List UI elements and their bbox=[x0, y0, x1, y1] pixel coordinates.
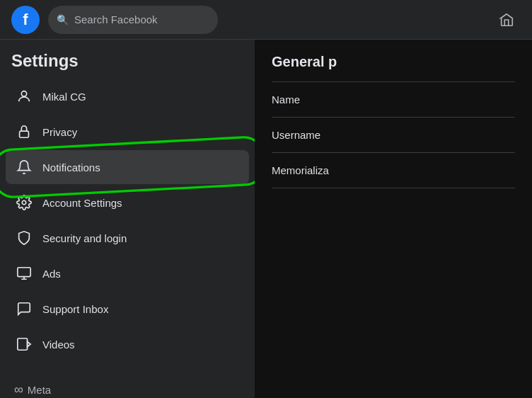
meta-logo-row: ∞ Meta bbox=[6, 380, 249, 398]
sidebar-item-support-inbox-label: Support Inbox bbox=[42, 303, 108, 315]
videos-icon bbox=[14, 334, 34, 354]
sidebar-item-account-settings-label: Account Settings bbox=[42, 197, 122, 209]
ads-icon bbox=[14, 263, 34, 283]
svg-rect-3 bbox=[18, 268, 30, 277]
svg-point-0 bbox=[21, 91, 26, 96]
content-title: General p bbox=[272, 54, 515, 70]
sidebar-item-notifications-label: Notifications bbox=[42, 161, 100, 174]
svg-point-2 bbox=[22, 200, 26, 205]
sidebar: Settings Mikal CG Privacy bbox=[0, 40, 255, 398]
account-settings-icon bbox=[14, 193, 34, 212]
notifications-icon bbox=[14, 157, 34, 177]
sidebar-item-videos[interactable]: Videos bbox=[6, 327, 249, 361]
sidebar-title: Settings bbox=[6, 51, 249, 79]
svg-marker-5 bbox=[28, 341, 31, 346]
sidebar-item-account-settings[interactable]: Account Settings bbox=[6, 186, 249, 220]
sidebar-item-ads-label: Ads bbox=[42, 268, 61, 280]
sidebar-item-security[interactable]: Security and login bbox=[6, 221, 249, 255]
meta-logo-icon: ∞ bbox=[14, 382, 23, 397]
sidebar-item-user[interactable]: Mikal CG bbox=[6, 79, 249, 113]
sidebar-item-privacy-label: Privacy bbox=[42, 126, 77, 138]
content-inner: General p Name Username Memorializa bbox=[255, 40, 532, 203]
content-row-memorialize: Memorializa bbox=[272, 153, 515, 188]
sidebar-item-user-label: Mikal CG bbox=[42, 91, 86, 103]
content-area: General p Name Username Memorializa bbox=[255, 40, 532, 398]
sidebar-item-notifications[interactable]: Notifications bbox=[6, 150, 249, 184]
sidebar-item-ads[interactable]: Ads bbox=[6, 256, 249, 290]
search-icon: 🔍 bbox=[57, 14, 69, 25]
security-icon bbox=[14, 228, 34, 248]
sidebar-item-support-inbox[interactable]: Support Inbox bbox=[6, 292, 249, 326]
content-row-name: Name bbox=[272, 82, 515, 118]
content-row-username: Username bbox=[272, 118, 515, 153]
main-layout: Settings Mikal CG Privacy bbox=[0, 40, 532, 398]
svg-rect-4 bbox=[18, 339, 28, 351]
user-icon bbox=[14, 86, 34, 106]
facebook-logo[interactable]: f bbox=[11, 6, 40, 34]
sidebar-bottom: ∞ Meta Accounts Center bbox=[6, 374, 249, 398]
search-placeholder-text: Search Facebook bbox=[74, 13, 158, 25]
meta-text: Meta bbox=[28, 384, 51, 396]
search-bar[interactable]: 🔍 Search Facebook bbox=[48, 6, 218, 34]
top-navigation: f 🔍 Search Facebook bbox=[0, 0, 532, 40]
home-icon bbox=[499, 12, 514, 28]
home-button[interactable] bbox=[492, 6, 521, 34]
svg-rect-1 bbox=[20, 131, 29, 137]
sidebar-item-security-label: Security and login bbox=[42, 232, 127, 244]
sidebar-item-privacy[interactable]: Privacy bbox=[6, 115, 249, 149]
sidebar-item-videos-label: Videos bbox=[42, 339, 75, 351]
privacy-icon bbox=[14, 122, 34, 142]
support-inbox-icon bbox=[14, 299, 34, 319]
